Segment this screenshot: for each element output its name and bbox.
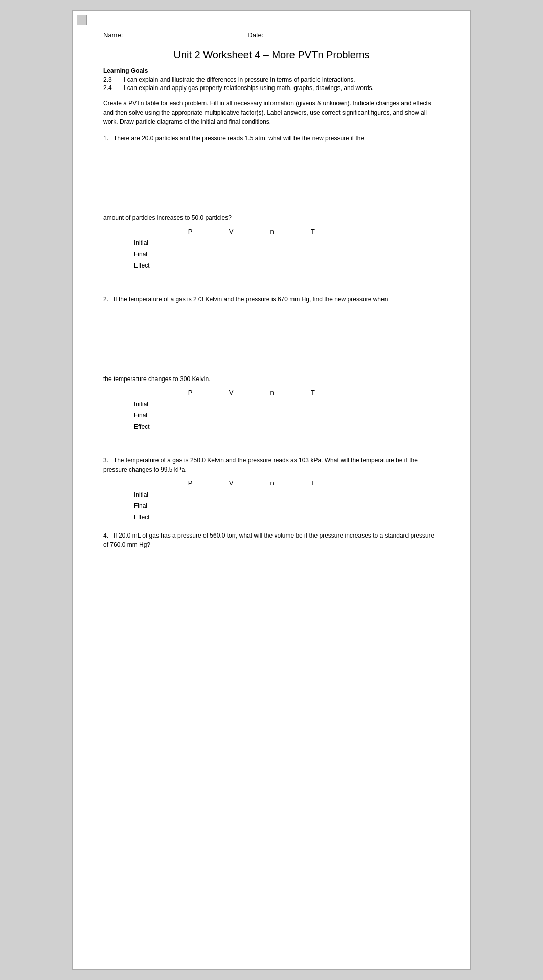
page-container: Name: Date: Unit 2 Worksheet 4 – More PV… [72,10,471,970]
pvtn-row-initial-label-3: Initial [134,491,170,498]
question-4-text: If 20.0 mL of gas has a pressure of 560.… [103,532,434,548]
question-3-text: The temperature of a gas is 250.0 Kelvin… [103,457,418,473]
pvtn-row-final-label-2: Final [134,412,170,419]
pvtn-header-row-3: P V n T [134,479,440,487]
pvtn-row-effect-label-1: Effect [134,262,170,269]
pvtn-header-n-1: n [252,228,292,235]
name-date-row: Name: Date: [103,31,440,39]
section-spacer-2 [103,440,440,456]
pvtn-row-final-label-3: Final [134,502,170,509]
question-2-continuation: the temperature changes to 300 Kelvin. [103,374,440,384]
pvtn-row-final-3: Final [134,502,440,509]
question-1-text: There are 20.0 particles and the pressur… [114,135,364,142]
pvtn-row-effect-3: Effect [134,514,440,521]
pvtn-header-V-3: V [211,479,252,487]
pvtn-row-initial-3: Initial [134,491,440,498]
question-2-number: 2. [103,296,108,303]
pvtn-table-3: P V n T Initial Final Effect [134,479,440,521]
goal-text-2: I can explain and apply gas property rel… [124,84,440,92]
pvtn-row-effect-label-3: Effect [134,514,170,521]
question-1: 1. There are 20.0 particles and the pres… [103,133,440,143]
question-1-continuation: amount of particles increases to 50.0 pa… [103,213,440,222]
pvtn-row-final-1: Final [134,251,440,258]
question-1-diagram-space [103,147,440,213]
question-4-work-space [103,553,440,656]
pvtn-header-P-1: P [170,228,211,235]
question-3-number: 3. [103,457,108,464]
pvtn-row-effect-1: Effect [134,262,440,269]
question-2-diagram-space [103,308,440,374]
learning-goals-header: Learning Goals [103,67,440,74]
pvtn-table-2: P V n T Initial Final Effect [134,389,440,430]
section-spacer-1 [103,279,440,295]
question-4: 4. If 20.0 mL of gas has a pressure of 5… [103,531,440,549]
pvtn-header-T-3: T [292,479,333,487]
learning-goal-1: 2.3 I can explain and illustrate the dif… [103,76,440,83]
pvtn-table-1: P V n T Initial Final Effect [134,228,440,269]
pvtn-row-effect-2: Effect [134,423,440,430]
pvtn-header-V-2: V [211,389,252,396]
pvtn-row-final-2: Final [134,412,440,419]
pvtn-header-V-1: V [211,228,252,235]
date-line [265,35,342,35]
pvtn-row-initial-1: Initial [134,239,440,247]
pvtn-row-initial-label-1: Initial [134,239,170,247]
question-1-continuation-text: amount of particles increases to 50.0 pa… [103,214,232,221]
pvtn-header-n-3: n [252,479,292,487]
pvtn-row-final-label-1: Final [134,251,170,258]
instructions: Create a PVTn table for each problem. Fi… [103,99,440,126]
question-2-continuation-text: the temperature changes to 300 Kelvin. [103,375,210,383]
question-1-number: 1. [103,135,108,142]
pvtn-header-n-2: n [252,389,292,396]
goal-number-2: 2.4 [103,84,124,92]
pvtn-header-T-1: T [292,228,333,235]
worksheet-title: Unit 2 Worksheet 4 – More PVTn Problems [103,49,440,61]
question-4-number: 4. [103,532,108,539]
pvtn-label-spacer-3 [134,479,170,487]
question-3: 3. The temperature of a gas is 250.0 Kel… [103,456,440,474]
question-2-text: If the temperature of a gas is 273 Kelvi… [114,296,388,303]
pvtn-header-P-3: P [170,479,211,487]
pvtn-row-effect-label-2: Effect [134,423,170,430]
date-label: Date: [247,31,263,39]
pvtn-header-P-2: P [170,389,211,396]
name-label: Name: [103,31,123,39]
name-line [125,35,237,35]
question-2: 2. If the temperature of a gas is 273 Ke… [103,295,440,304]
learning-goal-2: 2.4 I can explain and apply gas property… [103,84,440,92]
pvtn-header-row-2: P V n T [134,389,440,396]
top-image [77,15,87,25]
goal-text-1: I can explain and illustrate the differe… [124,76,440,83]
pvtn-header-row-1: P V n T [134,228,440,235]
pvtn-row-initial-label-2: Initial [134,400,170,408]
pvtn-row-initial-2: Initial [134,400,440,408]
goal-number-1: 2.3 [103,76,124,83]
pvtn-label-spacer-2 [134,389,170,396]
pvtn-label-spacer-1 [134,228,170,235]
pvtn-header-T-2: T [292,389,333,396]
